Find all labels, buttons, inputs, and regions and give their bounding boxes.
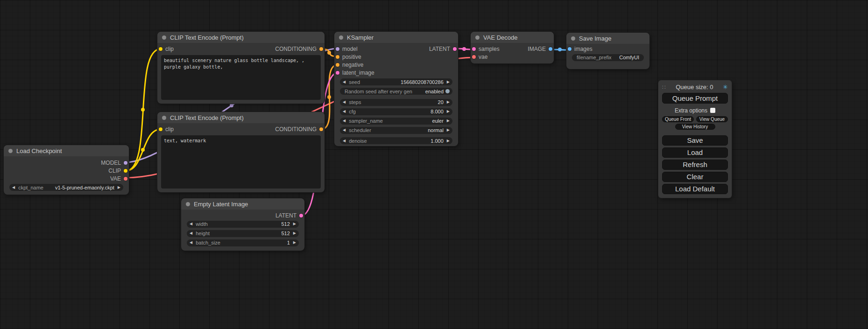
increment-arrow-icon[interactable]: ▶	[447, 80, 450, 84]
collapse-toggle-icon[interactable]	[571, 36, 575, 41]
node-ksampler[interactable]: KSampler model LATENT positive negative	[334, 32, 458, 146]
input-port-latent-image[interactable]	[336, 71, 339, 75]
node-load-checkpoint[interactable]: Load Checkpoint MODEL CLIP VAE ◀ ckpt_na…	[4, 145, 129, 195]
decrement-arrow-icon[interactable]: ◀	[343, 100, 346, 104]
decrement-arrow-icon[interactable]: ◀	[12, 186, 15, 189]
queue-prompt-button[interactable]: Queue Prompt	[662, 93, 728, 104]
output-port-image[interactable]	[549, 47, 552, 51]
input-port-clip[interactable]	[159, 47, 162, 51]
input-port-images[interactable]	[568, 47, 572, 51]
output-port-clip[interactable]	[124, 169, 127, 173]
increment-arrow-icon[interactable]: ▶	[293, 231, 296, 235]
widget-filename-prefix[interactable]: filename_prefix ComfyUI	[572, 54, 644, 61]
output-port-group: LATENT	[429, 46, 457, 52]
load-default-button[interactable]: Load Default	[662, 184, 728, 194]
increment-arrow-icon[interactable]: ▶	[293, 222, 296, 226]
widget-batch-size[interactable]: ◀ batch_size 1 ▶	[187, 239, 299, 246]
link-midpoint-dot	[327, 95, 331, 99]
increment-arrow-icon[interactable]: ▶	[447, 128, 450, 132]
queue-front-button[interactable]: Queue Front	[662, 116, 694, 122]
input-port-clip[interactable]	[159, 127, 162, 131]
widget-value: 156680208700286	[401, 79, 444, 85]
collapse-toggle-icon[interactable]	[186, 202, 190, 206]
input-port-positive[interactable]	[336, 55, 339, 59]
input-port-group: samples	[472, 46, 500, 52]
extra-options-checkbox[interactable]	[710, 108, 715, 113]
link-midpoint-dot	[141, 108, 145, 112]
widget-name: seed	[349, 79, 360, 85]
widget-seed[interactable]: ◀ seed 156680208700286 ▶	[340, 78, 452, 85]
widget-scheduler[interactable]: ◀ scheduler normal ▶	[340, 127, 452, 134]
view-queue-button[interactable]: View Queue	[696, 116, 728, 122]
widget-steps[interactable]: ◀ steps 20 ▶	[340, 99, 452, 106]
node-empty-latent-image[interactable]: Empty Latent Image LATENT ◀ width 512 ▶ …	[181, 198, 304, 251]
output-port-vae[interactable]	[124, 177, 127, 181]
refresh-button[interactable]: Refresh	[662, 160, 728, 170]
increment-arrow-icon[interactable]: ▶	[447, 100, 450, 104]
widget-name: ckpt_name	[18, 185, 43, 190]
node-title-bar[interactable]: Save Image	[566, 33, 649, 44]
output-port-model[interactable]	[124, 161, 127, 165]
increment-arrow-icon[interactable]: ▶	[118, 186, 120, 189]
output-port-conditioning[interactable]	[319, 47, 323, 51]
output-port-conditioning[interactable]	[319, 127, 323, 131]
node-clip-text-encode-negative[interactable]: CLIP Text Encode (Prompt) clip CONDITION…	[157, 112, 325, 192]
increment-arrow-icon[interactable]: ▶	[447, 110, 450, 113]
widget-name: batch_size	[196, 240, 220, 245]
view-history-button[interactable]: View History	[675, 124, 715, 130]
toggle-knob-icon[interactable]	[445, 89, 450, 93]
clear-button[interactable]: Clear	[662, 172, 728, 182]
widget-cfg[interactable]: ◀ cfg 8.000 ▶	[340, 108, 452, 115]
node-title-bar[interactable]: VAE Decode	[471, 32, 554, 43]
widget-width[interactable]: ◀ width 512 ▶	[187, 221, 299, 228]
decrement-arrow-icon[interactable]: ◀	[190, 222, 192, 226]
node-title-bar[interactable]: CLIP Text Encode (Prompt)	[157, 112, 325, 123]
input-label-clip: clip	[165, 126, 174, 133]
output-port-latent[interactable]	[299, 214, 303, 217]
decrement-arrow-icon[interactable]: ◀	[343, 119, 346, 123]
widget-height[interactable]: ◀ height 512 ▶	[187, 230, 299, 237]
input-port-vae[interactable]	[472, 55, 476, 59]
widget-sampler-name[interactable]: ◀ sampler_name euler ▶	[340, 118, 452, 125]
save-button[interactable]: Save	[662, 135, 728, 146]
drag-handle-icon[interactable]: ∷	[662, 84, 666, 91]
widget-random-seed-toggle[interactable]: Random seed after every gen enabled	[340, 88, 452, 95]
input-port-negative[interactable]	[336, 63, 339, 67]
widget-denoise[interactable]: ◀ denoise 1.000 ▶	[340, 137, 452, 144]
prompt-textarea[interactable]: beautiful scenery nature glass bottle la…	[161, 55, 321, 100]
widget-ckpt-name[interactable]: ◀ ckpt_name v1-5-pruned-emaonly.ckpt ▶	[9, 184, 123, 191]
decrement-arrow-icon[interactable]: ◀	[190, 231, 192, 235]
settings-gear-icon[interactable]: ✳	[723, 84, 728, 91]
load-button[interactable]: Load	[662, 147, 728, 158]
output-port-latent[interactable]	[453, 47, 457, 51]
collapse-toggle-icon[interactable]	[162, 35, 166, 40]
prompt-textarea[interactable]: text, watermark	[161, 135, 321, 189]
output-label-latent: LATENT	[275, 212, 296, 219]
decrement-arrow-icon[interactable]: ◀	[190, 241, 192, 245]
increment-arrow-icon[interactable]: ▶	[447, 119, 450, 123]
collapse-toggle-icon[interactable]	[8, 149, 13, 153]
collapse-toggle-icon[interactable]	[475, 35, 480, 40]
node-title-bar[interactable]: Load Checkpoint	[4, 145, 129, 156]
decrement-arrow-icon[interactable]: ◀	[343, 110, 346, 113]
decrement-arrow-icon[interactable]: ◀	[343, 80, 346, 84]
widget-value: 1.000	[430, 138, 444, 144]
graph-canvas[interactable]: Load Checkpoint MODEL CLIP VAE ◀ ckpt_na…	[0, 0, 868, 329]
node-title: Empty Latent Image	[194, 201, 248, 208]
collapse-toggle-icon[interactable]	[162, 116, 166, 120]
input-port-model[interactable]	[336, 47, 339, 51]
widget-name: sampler_name	[349, 118, 383, 124]
increment-arrow-icon[interactable]: ▶	[447, 139, 450, 143]
node-save-image[interactable]: Save Image images filename_prefix ComfyU…	[566, 33, 649, 69]
input-port-samples[interactable]	[472, 47, 476, 51]
decrement-arrow-icon[interactable]: ◀	[343, 128, 346, 132]
node-title-bar[interactable]: CLIP Text Encode (Prompt)	[157, 32, 325, 43]
increment-arrow-icon[interactable]: ▶	[293, 241, 296, 245]
node-clip-text-encode-positive[interactable]: CLIP Text Encode (Prompt) clip CONDITION…	[157, 32, 325, 104]
decrement-arrow-icon[interactable]: ◀	[343, 139, 346, 143]
node-vae-decode[interactable]: VAE Decode samples IMAGE vae	[471, 32, 554, 63]
node-title-bar[interactable]: KSampler	[334, 32, 458, 43]
collapse-toggle-icon[interactable]	[339, 35, 343, 40]
node-title: Save Image	[579, 35, 611, 42]
node-title-bar[interactable]: Empty Latent Image	[181, 198, 304, 210]
